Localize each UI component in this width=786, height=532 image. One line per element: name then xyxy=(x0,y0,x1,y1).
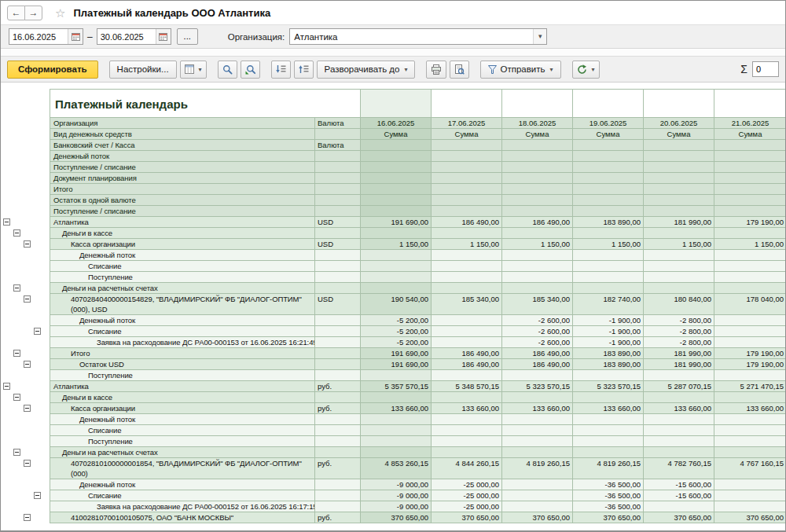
header-empty-cell[interactable] xyxy=(432,140,502,151)
header-empty-cell[interactable] xyxy=(361,173,432,184)
header-empty-cell[interactable] xyxy=(644,151,714,162)
header-currency-cell[interactable] xyxy=(315,173,361,184)
row-label-cell[interactable]: Денежный поток xyxy=(50,414,315,425)
row-currency-cell[interactable] xyxy=(315,447,361,458)
group-expander[interactable] xyxy=(24,240,31,248)
amount-cell[interactable] xyxy=(432,228,502,239)
group-expander[interactable] xyxy=(13,449,20,456)
group-expander[interactable] xyxy=(13,229,20,237)
row-label-cell[interactable]: Деньги в кассе xyxy=(50,228,315,239)
header-empty-cell[interactable] xyxy=(644,195,714,206)
amount-cell[interactable]: 5 271 470,15 xyxy=(714,381,785,392)
amount-header-cell[interactable]: Сумма xyxy=(714,129,785,140)
amount-cell[interactable]: 181 990,00 xyxy=(644,359,714,370)
amount-cell[interactable] xyxy=(644,261,714,272)
amount-cell[interactable] xyxy=(714,261,785,272)
forward-button[interactable]: → xyxy=(24,6,42,20)
header-label-cell[interactable]: Денежный поток xyxy=(50,151,315,162)
amount-cell[interactable] xyxy=(644,283,714,294)
header-empty-cell[interactable] xyxy=(361,151,432,162)
group-expander[interactable] xyxy=(3,218,10,226)
amount-cell[interactable] xyxy=(573,272,644,283)
row-currency-cell[interactable] xyxy=(315,490,361,501)
row-currency-cell[interactable] xyxy=(315,479,361,490)
amount-cell[interactable] xyxy=(644,447,714,458)
header-empty-cell[interactable] xyxy=(502,140,573,151)
amount-cell[interactable]: 370 650,00 xyxy=(644,512,714,523)
date-header-cell[interactable]: 18.06.2025 xyxy=(502,118,573,129)
amount-cell[interactable] xyxy=(573,370,644,381)
row-label-cell[interactable]: Деньги на расчетных счетах xyxy=(50,283,315,294)
amount-cell[interactable] xyxy=(502,414,573,425)
amount-cell[interactable]: 182 740,00 xyxy=(573,294,644,315)
amount-cell[interactable] xyxy=(714,315,785,326)
amount-cell[interactable] xyxy=(644,436,714,447)
amount-cell[interactable]: -36 500,00 xyxy=(573,501,644,512)
header-currency-cell[interactable] xyxy=(315,206,361,217)
header-empty-cell[interactable] xyxy=(714,173,785,184)
header-empty-cell[interactable] xyxy=(714,162,785,173)
header-empty-cell[interactable] xyxy=(361,162,432,173)
collapse-groups-button[interactable] xyxy=(271,61,291,79)
row-currency-cell[interactable] xyxy=(315,414,361,425)
amount-cell[interactable] xyxy=(714,490,785,501)
amount-cell[interactable] xyxy=(573,436,644,447)
amount-cell[interactable] xyxy=(502,436,573,447)
group-expander[interactable] xyxy=(34,328,41,335)
row-currency-cell[interactable] xyxy=(315,272,361,283)
amount-cell[interactable]: -2 600,00 xyxy=(502,326,573,337)
amount-cell[interactable]: -36 500,00 xyxy=(573,490,644,501)
amount-cell[interactable]: 1 150,00 xyxy=(644,239,714,250)
amount-cell[interactable]: 5 323 570,15 xyxy=(502,381,573,392)
row-currency-cell[interactable] xyxy=(315,250,361,261)
row-currency-cell[interactable] xyxy=(315,425,361,436)
header-label-cell[interactable]: Организация xyxy=(50,118,315,129)
amount-cell[interactable]: 179 190,00 xyxy=(714,217,785,228)
amount-cell[interactable] xyxy=(573,414,644,425)
amount-cell[interactable] xyxy=(714,501,785,512)
row-label-cell[interactable]: Атлантика xyxy=(50,381,315,392)
amount-cell[interactable] xyxy=(432,436,502,447)
amount-cell[interactable]: -9 000,00 xyxy=(361,501,432,512)
amount-cell[interactable]: 186 490,00 xyxy=(432,359,502,370)
print-preview-button[interactable] xyxy=(450,61,469,79)
find-button[interactable] xyxy=(218,61,237,79)
period-to-calendar-button[interactable] xyxy=(156,29,171,44)
amount-cell[interactable]: 191 690,00 xyxy=(361,348,432,359)
amount-cell[interactable] xyxy=(644,370,714,381)
amount-cell[interactable] xyxy=(361,261,432,272)
date-header-cell[interactable]: 17.06.2025 xyxy=(432,118,502,129)
amount-cell[interactable]: 5 348 570,15 xyxy=(432,381,502,392)
row-currency-cell[interactable] xyxy=(315,392,361,403)
row-currency-cell[interactable]: руб. xyxy=(315,512,361,523)
row-currency-cell[interactable] xyxy=(315,228,361,239)
header-empty-cell[interactable] xyxy=(573,151,644,162)
header-empty-cell[interactable] xyxy=(502,162,573,173)
amount-cell[interactable]: 179 190,00 xyxy=(714,359,785,370)
amount-cell[interactable]: 183 890,00 xyxy=(573,348,644,359)
header-currency-cell[interactable]: Валюта xyxy=(315,140,361,151)
amount-cell[interactable]: 133 660,00 xyxy=(361,403,432,414)
header-empty-cell[interactable] xyxy=(644,173,714,184)
amount-cell[interactable] xyxy=(432,370,502,381)
header-currency-cell[interactable] xyxy=(315,151,361,162)
row-currency-cell[interactable]: руб. xyxy=(315,381,361,392)
autosum-field[interactable] xyxy=(752,61,779,77)
amount-cell[interactable] xyxy=(432,414,502,425)
amount-cell[interactable]: 179 190,00 xyxy=(714,348,785,359)
header-empty-cell[interactable] xyxy=(714,140,785,151)
amount-cell[interactable]: 133 660,00 xyxy=(432,403,502,414)
header-empty-cell[interactable] xyxy=(502,151,573,162)
amount-cell[interactable] xyxy=(573,447,644,458)
amount-cell[interactable]: 190 540,00 xyxy=(361,294,432,315)
group-expander[interactable] xyxy=(34,492,41,499)
amount-cell[interactable] xyxy=(714,337,785,348)
amount-cell[interactable] xyxy=(573,425,644,436)
amount-cell[interactable]: 4 767 160,15 xyxy=(714,458,785,479)
group-expander[interactable] xyxy=(24,361,31,368)
amount-cell[interactable] xyxy=(644,425,714,436)
amount-cell[interactable] xyxy=(361,272,432,283)
amount-cell[interactable] xyxy=(361,250,432,261)
amount-cell[interactable] xyxy=(714,326,785,337)
amount-header-cell[interactable]: Сумма xyxy=(361,129,432,140)
